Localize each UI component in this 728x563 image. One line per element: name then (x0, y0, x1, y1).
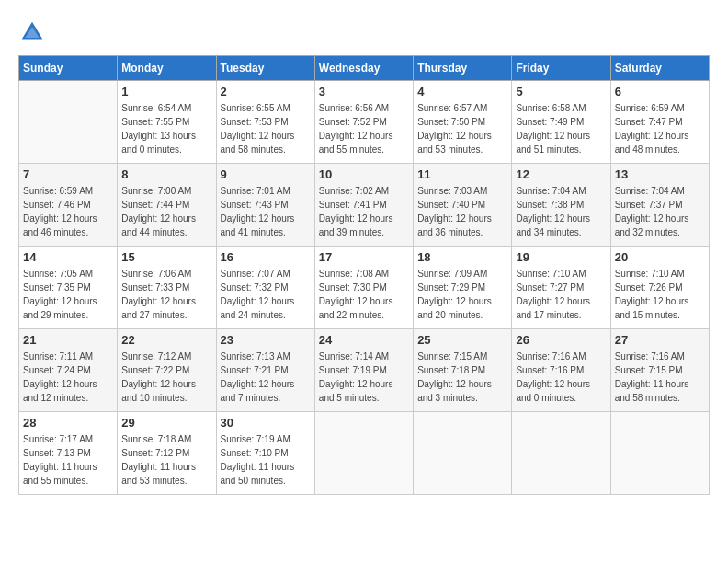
header-row: SundayMondayTuesdayWednesdayThursdayFrid… (19, 56, 710, 81)
day-info: Sunrise: 7:12 AMSunset: 7:22 PMDaylight:… (121, 350, 211, 405)
day-info: Sunrise: 7:18 AMSunset: 7:12 PMDaylight:… (121, 432, 211, 488)
daylight-text: Daylight: 12 hours and 39 minutes. (319, 212, 409, 239)
sunset-text: Sunset: 7:24 PM (23, 363, 113, 377)
sunset-text: Sunset: 7:50 PM (417, 115, 507, 129)
sunset-text: Sunset: 7:40 PM (417, 198, 507, 212)
daylight-text: Daylight: 12 hours and 53 minutes. (417, 129, 507, 156)
sunrise-text: Sunrise: 7:03 AM (417, 184, 507, 198)
day-number: 11 (417, 167, 507, 181)
day-info: Sunrise: 7:04 AMSunset: 7:37 PMDaylight:… (615, 184, 705, 239)
header-cell-saturday: Saturday (610, 56, 709, 81)
calendar-cell: 14Sunrise: 7:05 AMSunset: 7:35 PMDayligh… (19, 247, 118, 329)
daylight-text: Daylight: 13 hours and 0 minutes. (121, 129, 211, 156)
day-number: 13 (615, 167, 705, 181)
daylight-text: Daylight: 12 hours and 27 minutes. (121, 294, 211, 322)
day-info: Sunrise: 7:04 AMSunset: 7:38 PMDaylight:… (516, 184, 606, 239)
header-cell-thursday: Thursday (414, 56, 512, 81)
sunset-text: Sunset: 7:29 PM (417, 281, 507, 294)
day-info: Sunrise: 7:16 AMSunset: 7:15 PMDaylight:… (615, 350, 705, 405)
daylight-text: Daylight: 12 hours and 36 minutes. (417, 212, 507, 239)
sunrise-text: Sunrise: 7:10 AM (615, 267, 705, 281)
sunset-text: Sunset: 7:52 PM (319, 115, 409, 129)
sunset-text: Sunset: 7:32 PM (221, 281, 311, 294)
calendar-cell (512, 412, 610, 495)
sunrise-text: Sunrise: 7:19 AM (221, 432, 311, 446)
day-number: 20 (615, 250, 705, 264)
calendar-cell: 1Sunrise: 6:54 AMSunset: 7:55 PMDaylight… (118, 81, 216, 164)
calendar-cell: 25Sunrise: 7:15 AMSunset: 7:18 PMDayligh… (414, 329, 512, 412)
calendar-cell: 20Sunrise: 7:10 AMSunset: 7:26 PMDayligh… (610, 247, 709, 329)
calendar-cell: 29Sunrise: 7:18 AMSunset: 7:12 PMDayligh… (118, 412, 216, 495)
calendar-cell: 24Sunrise: 7:14 AMSunset: 7:19 PMDayligh… (314, 329, 413, 412)
sunset-text: Sunset: 7:35 PM (23, 281, 113, 294)
daylight-text: Daylight: 12 hours and 10 minutes. (121, 377, 211, 405)
sunset-text: Sunset: 7:12 PM (121, 446, 211, 460)
daylight-text: Daylight: 12 hours and 44 minutes. (121, 212, 211, 239)
sunrise-text: Sunrise: 7:17 AM (23, 432, 113, 446)
sunset-text: Sunset: 7:15 PM (615, 363, 705, 377)
calendar-cell: 30Sunrise: 7:19 AMSunset: 7:10 PMDayligh… (216, 412, 314, 495)
calendar-cell: 18Sunrise: 7:09 AMSunset: 7:29 PMDayligh… (414, 247, 512, 329)
daylight-text: Daylight: 11 hours and 58 minutes. (615, 377, 705, 405)
sunrise-text: Sunrise: 7:09 AM (417, 267, 507, 281)
day-info: Sunrise: 7:01 AMSunset: 7:43 PMDaylight:… (221, 184, 311, 239)
sunset-text: Sunset: 7:33 PM (121, 281, 211, 294)
day-number: 3 (319, 85, 409, 98)
calendar-cell (314, 412, 413, 495)
sunrise-text: Sunrise: 7:18 AM (121, 432, 211, 446)
sunrise-text: Sunrise: 6:58 AM (516, 101, 606, 115)
sunrise-text: Sunrise: 6:59 AM (615, 101, 705, 115)
week-row-5: 28Sunrise: 7:17 AMSunset: 7:13 PMDayligh… (19, 412, 710, 495)
calendar-cell: 11Sunrise: 7:03 AMSunset: 7:40 PMDayligh… (414, 164, 512, 247)
daylight-text: Daylight: 12 hours and 34 minutes. (516, 212, 606, 239)
logo (18, 18, 50, 46)
sunset-text: Sunset: 7:10 PM (221, 446, 311, 460)
sunrise-text: Sunrise: 7:12 AM (121, 350, 211, 363)
sunset-text: Sunset: 7:38 PM (516, 198, 606, 212)
day-info: Sunrise: 7:10 AMSunset: 7:27 PMDaylight:… (516, 267, 606, 322)
sunrise-text: Sunrise: 7:04 AM (615, 184, 705, 198)
day-info: Sunrise: 7:09 AMSunset: 7:29 PMDaylight:… (417, 267, 507, 322)
day-info: Sunrise: 7:07 AMSunset: 7:32 PMDaylight:… (221, 267, 311, 322)
sunset-text: Sunset: 7:49 PM (516, 115, 606, 129)
calendar-cell: 13Sunrise: 7:04 AMSunset: 7:37 PMDayligh… (610, 164, 709, 247)
calendar-body: 1Sunrise: 6:54 AMSunset: 7:55 PMDaylight… (19, 81, 710, 495)
sunset-text: Sunset: 7:22 PM (121, 363, 211, 377)
day-info: Sunrise: 6:59 AMSunset: 7:47 PMDaylight:… (615, 101, 705, 156)
day-number: 9 (221, 167, 311, 181)
day-info: Sunrise: 7:03 AMSunset: 7:40 PMDaylight:… (417, 184, 507, 239)
day-number: 5 (516, 85, 606, 98)
sunset-text: Sunset: 7:47 PM (615, 115, 705, 129)
day-info: Sunrise: 6:56 AMSunset: 7:52 PMDaylight:… (319, 101, 409, 156)
daylight-text: Daylight: 12 hours and 48 minutes. (615, 129, 705, 156)
sunrise-text: Sunrise: 7:16 AM (516, 350, 606, 363)
day-info: Sunrise: 7:11 AMSunset: 7:24 PMDaylight:… (23, 350, 113, 405)
day-number: 23 (221, 333, 311, 347)
day-number: 27 (615, 333, 705, 347)
day-number: 7 (23, 167, 113, 181)
daylight-text: Daylight: 12 hours and 12 minutes. (23, 377, 113, 405)
day-info: Sunrise: 6:55 AMSunset: 7:53 PMDaylight:… (221, 101, 311, 156)
calendar-cell: 27Sunrise: 7:16 AMSunset: 7:15 PMDayligh… (610, 329, 709, 412)
sunset-text: Sunset: 7:30 PM (319, 281, 409, 294)
day-number: 10 (319, 167, 409, 181)
calendar-cell: 10Sunrise: 7:02 AMSunset: 7:41 PMDayligh… (314, 164, 413, 247)
day-info: Sunrise: 7:14 AMSunset: 7:19 PMDaylight:… (319, 350, 409, 405)
sunset-text: Sunset: 7:43 PM (221, 198, 311, 212)
day-number: 16 (221, 250, 311, 264)
calendar-cell: 23Sunrise: 7:13 AMSunset: 7:21 PMDayligh… (216, 329, 314, 412)
daylight-text: Daylight: 12 hours and 17 minutes. (516, 294, 606, 322)
sunrise-text: Sunrise: 7:05 AM (23, 267, 113, 281)
day-info: Sunrise: 7:02 AMSunset: 7:41 PMDaylight:… (319, 184, 409, 239)
sunrise-text: Sunrise: 7:14 AM (319, 350, 409, 363)
calendar-cell (19, 81, 118, 164)
day-number: 15 (121, 250, 211, 264)
header-cell-tuesday: Tuesday (216, 56, 314, 81)
sunset-text: Sunset: 7:44 PM (121, 198, 211, 212)
calendar-cell: 19Sunrise: 7:10 AMSunset: 7:27 PMDayligh… (512, 247, 610, 329)
logo-icon (18, 18, 46, 46)
sunset-text: Sunset: 7:26 PM (615, 281, 705, 294)
day-info: Sunrise: 7:13 AMSunset: 7:21 PMDaylight:… (221, 350, 311, 405)
day-number: 26 (516, 333, 606, 347)
day-info: Sunrise: 7:16 AMSunset: 7:16 PMDaylight:… (516, 350, 606, 405)
